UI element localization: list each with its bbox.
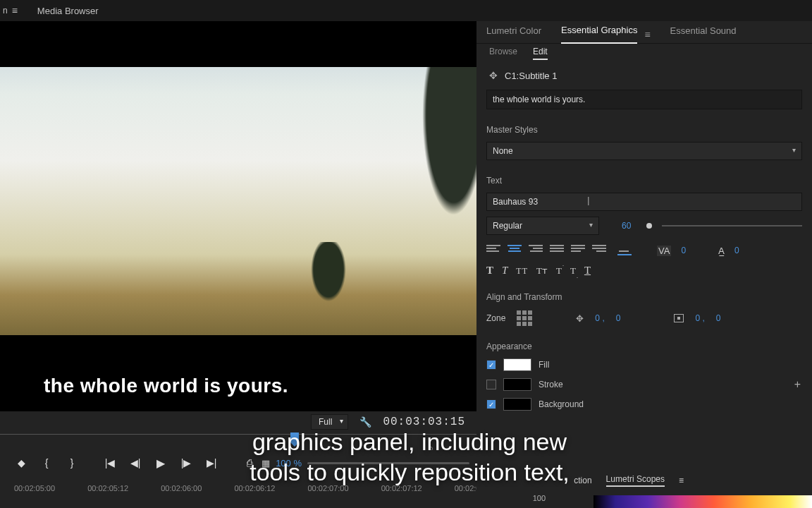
tab-lumetri-scopes[interactable]: Lumetri Scopes xyxy=(606,474,665,487)
align-justify-icon[interactable] xyxy=(550,245,564,256)
font-size-slider-handle[interactable] xyxy=(646,223,652,229)
panel-menu-icon[interactable]: ≡ xyxy=(12,5,18,16)
panel-menu-icon[interactable]: ≡ xyxy=(644,29,650,40)
superscript-icon[interactable]: T xyxy=(556,265,562,277)
subtab-browse[interactable]: Browse xyxy=(489,47,517,60)
zone-label: Zone xyxy=(486,313,505,323)
background-checkbox[interactable]: ✓ xyxy=(486,399,496,409)
tracking-value[interactable]: 0 xyxy=(734,246,739,255)
move-icon[interactable]: ✥ xyxy=(489,70,498,81)
italic-icon[interactable]: T xyxy=(502,265,508,277)
font-family-input[interactable]: Bauhaus 93 I xyxy=(486,193,802,211)
tab-essential-graphics[interactable]: Essential Graphics xyxy=(561,25,637,44)
scope-gradient xyxy=(593,495,812,508)
media-browser-tab[interactable]: Media Browser xyxy=(37,6,99,16)
font-size-value[interactable]: 60 xyxy=(622,221,631,231)
video-overlay-caption: graphics panel, including new tools to q… xyxy=(244,427,575,487)
underline-icon[interactable]: T xyxy=(584,265,591,277)
subtab-edit[interactable]: Edit xyxy=(533,47,548,60)
stroke-label: Stroke xyxy=(539,380,563,389)
out-point-icon[interactable]: } xyxy=(66,457,78,468)
stroke-color-swatch[interactable] xyxy=(503,378,531,391)
layer-name[interactable]: C1:Subtitle 1 xyxy=(505,71,557,81)
background-color-swatch[interactable] xyxy=(503,398,531,411)
fill-checkbox[interactable]: ✓ xyxy=(486,360,496,370)
tab-fragment[interactable]: ction xyxy=(574,476,591,485)
kerning-value[interactable]: 0 xyxy=(681,246,686,255)
subscript-icon[interactable]: T xyxy=(570,265,576,277)
play-icon[interactable]: ▶ xyxy=(155,456,166,470)
background-label: Background xyxy=(539,399,584,409)
step-forward-icon[interactable]: |▶ xyxy=(180,457,192,468)
font-weight-select[interactable]: Regular xyxy=(486,217,599,235)
master-styles-label: Master Styles xyxy=(486,125,802,135)
align-left-icon[interactable] xyxy=(486,245,500,256)
browse-edit-tabs: Browse Edit xyxy=(486,44,802,60)
panel-letter: n xyxy=(3,6,8,16)
marker-icon[interactable]: ◆ xyxy=(16,457,27,468)
anchor-x[interactable]: 0 , xyxy=(695,313,704,323)
step-back-icon[interactable]: ◀| xyxy=(130,457,141,468)
top-bar: n ≡ Media Browser xyxy=(0,0,812,21)
stroke-checkbox[interactable] xyxy=(486,380,496,389)
align-justify-last-left-icon[interactable] xyxy=(571,245,585,256)
subtitle-text-input[interactable] xyxy=(486,90,802,109)
video-preview[interactable]: the whole world is yours. xyxy=(0,21,476,411)
position-icon[interactable]: ✥ xyxy=(576,313,584,324)
timecode-mark: 00:02:05:12 xyxy=(87,484,128,492)
anchor-y[interactable]: 0 xyxy=(716,313,721,323)
timecode-mark: 00:02:05:00 xyxy=(14,484,55,492)
preview-frame-decor xyxy=(293,242,364,334)
tab-lumetri-color[interactable]: Lumetri Color xyxy=(486,25,541,43)
timecode-mark: 00:02:06:00 xyxy=(161,484,202,492)
bold-icon[interactable]: T xyxy=(486,265,493,277)
position-y[interactable]: 0 xyxy=(616,313,621,323)
add-stroke-icon[interactable]: + xyxy=(794,378,801,391)
text-section-label: Text xyxy=(486,176,802,186)
wrench-icon[interactable]: 🔧 xyxy=(359,416,371,428)
tab-essential-sound[interactable]: Essential Sound xyxy=(670,25,737,43)
panel-menu-icon[interactable]: ≡ xyxy=(679,476,684,485)
zone-grid[interactable] xyxy=(517,310,532,326)
position-x[interactable]: 0 , xyxy=(595,313,604,323)
panel-tabs: Lumetri Color Essential Graphics ≡ Essen… xyxy=(476,21,812,44)
go-to-in-icon[interactable]: |◀ xyxy=(104,457,116,468)
appearance-label: Appearance xyxy=(486,341,802,351)
font-size-slider[interactable] xyxy=(662,225,802,226)
align-transform-label: Align and Transform xyxy=(486,292,802,302)
smallcaps-icon[interactable]: Tᴛ xyxy=(536,265,548,277)
tracking-icon[interactable]: A̲ xyxy=(718,246,725,256)
align-right-icon[interactable] xyxy=(529,245,543,256)
preview-frame-decor xyxy=(385,67,476,335)
go-to-out-icon[interactable]: ▶| xyxy=(206,457,217,468)
kerning-icon[interactable]: VA xyxy=(657,246,671,256)
fill-color-swatch[interactable] xyxy=(503,358,531,371)
anchor-point-icon[interactable] xyxy=(674,314,684,322)
align-center-icon[interactable] xyxy=(508,245,522,256)
bottom-tabs: ction Lumetri Scopes ≡ xyxy=(574,474,684,487)
fill-label: Fill xyxy=(539,360,549,370)
text-cursor-icon: I xyxy=(587,195,590,208)
align-justify-last-right-icon[interactable] xyxy=(592,245,606,256)
scope-scale-value: 100 xyxy=(533,494,546,502)
master-styles-select[interactable]: None xyxy=(486,142,802,160)
allcaps-icon[interactable]: TT xyxy=(516,266,528,277)
in-point-icon[interactable]: { xyxy=(41,457,52,468)
preview-subtitle-text: the whole world is yours. xyxy=(44,375,288,397)
baseline-icon[interactable] xyxy=(617,246,632,255)
